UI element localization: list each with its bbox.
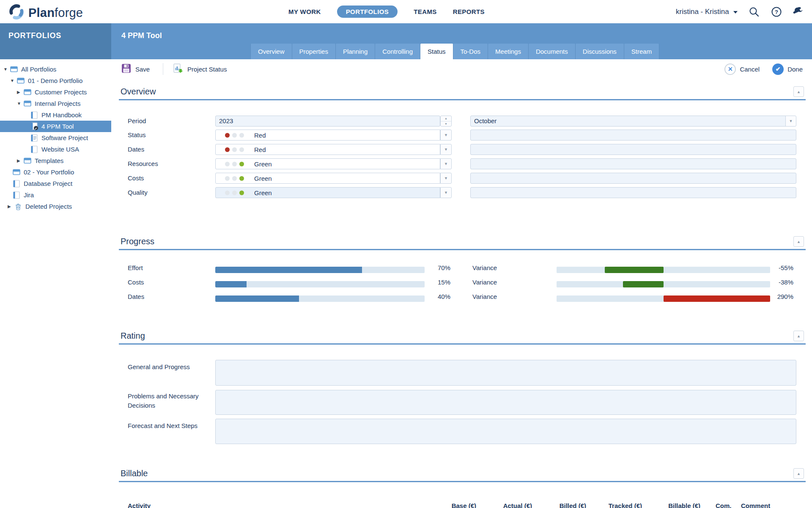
resources-comment-input[interactable] [470,158,796,169]
tree-item-pm-handbook[interactable]: PM Handbook [0,109,111,121]
expander-closed-icon[interactable]: ▶ [17,158,24,163]
expander-closed-icon[interactable]: ▶ [17,90,24,94]
dates-select[interactable]: Red [215,144,440,155]
folder-icon [13,169,21,175]
quality-select[interactable]: Green [215,187,440,198]
section-divider [119,481,806,482]
tree-item-02-your-portfolio[interactable]: 02 - Your Portfolio [0,166,111,178]
costs-label: Costs [128,173,144,184]
quality-dropdown-icon[interactable]: ▼ [440,187,452,198]
tree-item-all-portfolios[interactable]: ▼ All Portfolios [0,64,111,75]
chevron-down-icon [733,11,738,14]
costs-dropdown-icon[interactable]: ▼ [440,173,452,184]
tree-item-software-project[interactable]: Software Project [0,132,111,144]
dates-comment-input[interactable] [470,144,796,155]
status-dropdown-icon[interactable]: ▼ [440,130,452,141]
period-month-select[interactable]: October [470,116,786,127]
resources-dropdown-icon[interactable]: ▼ [440,158,452,169]
project-status-button[interactable]: Project Status [173,59,227,79]
tab-documents[interactable]: Documents [529,44,576,59]
period-month-dropdown-icon[interactable]: ▼ [785,116,796,127]
tree-item-templates[interactable]: ▶ Templates [0,155,111,166]
dates-variance-label: Variance [472,293,497,300]
tab-discussions[interactable]: Discussions [576,44,624,59]
section-heading-progress: Progress [121,237,154,246]
planforge-app: Planforge MY WORK PORTFOLIOS TEAMS REPOR… [0,0,812,508]
collapse-billable-button[interactable]: ▲ [793,468,804,479]
wrench-icon[interactable] [793,6,804,17]
effort-progress-bar [215,267,425,273]
section-divider [119,99,806,100]
expander-open-icon[interactable]: ▼ [3,67,10,72]
costs-comment-input[interactable] [470,173,796,184]
project-status-label: Project Status [187,66,227,73]
trash-icon [14,203,23,210]
expander-closed-icon[interactable]: ▶ [8,204,14,209]
costs-select[interactable]: Green [215,173,440,184]
tree-item-deleted-projects[interactable]: ▶ Deleted Projects [0,201,111,212]
spinner-up-icon[interactable]: ▲ [441,116,451,121]
costs-percent: 15% [425,279,450,286]
general-progress-textarea[interactable] [215,360,796,386]
forecast-next-steps-textarea[interactable] [215,419,796,444]
tab-controlling[interactable]: Controlling [375,44,420,59]
cancel-button[interactable]: ✕ Cancel [724,64,760,75]
tab-to-dos[interactable]: To-Dos [453,44,488,59]
collapse-overview-button[interactable]: ▲ [793,86,804,97]
folder-icon [10,66,19,72]
tab-properties[interactable]: Properties [292,44,336,59]
save-button[interactable]: Save [121,59,150,79]
nav-teams[interactable]: TEAMS [414,8,437,15]
dates-variance-bar [557,295,770,302]
save-label: Save [135,66,150,73]
portfolio-tree: ▼ All Portfolios ▼ 01 - Demo Portfolio ▶… [0,59,111,508]
tree-item-jira[interactable]: Jira [0,189,111,201]
folder-icon [17,77,25,84]
tab-status[interactable]: Status [420,44,453,59]
tree-item-internal-projects[interactable]: ▼ Internal Projects [0,98,111,109]
page-title: 4 PPM Tool [121,31,162,40]
collapse-rating-button[interactable]: ▲ [793,331,804,341]
section-heading-rating: Rating [121,331,145,341]
nav-portfolios[interactable]: PORTFOLIOS [337,6,398,18]
tree-item-website-usa[interactable]: Website USA [0,144,111,155]
costs-variance-label: Variance [472,279,497,286]
expander-open-icon[interactable]: ▼ [17,101,24,106]
dates-progress-bar [215,295,425,302]
expander-open-icon[interactable]: ▼ [10,78,17,83]
tree-item-4-ppm-tool[interactable]: 4 PPM Tool [0,121,111,132]
section-divider [119,343,806,345]
period-year-spinner[interactable]: ▲▼ [440,116,452,127]
user-name: kristina - Kristina [676,8,729,16]
traffic-light-icon [225,162,244,166]
traffic-light-icon [225,133,244,138]
tab-overview[interactable]: Overview [250,44,292,59]
resources-select[interactable]: Green [215,158,440,169]
tree-item-database-project[interactable]: Database Project [0,178,111,189]
status-comment-input[interactable] [470,130,796,141]
search-icon[interactable] [749,6,760,17]
planforge-logo-icon [8,4,25,22]
problems-decisions-textarea[interactable] [215,390,796,415]
costs-progress-bar [215,281,425,287]
help-icon[interactable]: ? [771,6,782,17]
status-select[interactable]: Red [215,130,440,141]
period-year-input[interactable]: 2023 [215,116,440,127]
nav-my-work[interactable]: MY WORK [288,8,321,15]
tab-planning[interactable]: Planning [336,44,375,59]
done-button[interactable]: ✔ Done [772,64,803,75]
quality-comment-input[interactable] [470,187,796,198]
tree-item-customer-projects[interactable]: ▶ Customer Projects [0,86,111,98]
tab-meetings[interactable]: Meetings [488,44,529,59]
resources-label: Resources [128,158,158,169]
spinner-down-icon[interactable]: ▼ [441,121,451,127]
folder-icon [24,89,32,95]
user-menu[interactable]: kristina - Kristina [676,0,738,23]
planforge-logo[interactable]: Planforge [8,4,83,22]
tab-stream[interactable]: Stream [624,44,659,59]
dates-dropdown-icon[interactable]: ▼ [440,144,452,155]
tree-item-01-demo-portfolio[interactable]: ▼ 01 - Demo Portfolio [0,75,111,86]
collapse-progress-button[interactable]: ▲ [793,236,804,247]
nav-reports[interactable]: REPORTS [453,8,485,15]
project-icon [13,191,21,199]
